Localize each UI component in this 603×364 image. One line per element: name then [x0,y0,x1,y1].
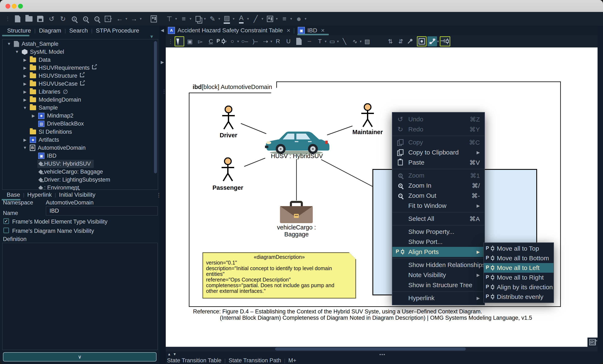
zoom-out-button[interactable]: − [92,14,102,24]
car-shape[interactable] [263,128,329,154]
baggage-shape[interactable] [279,201,314,223]
submenu-item-move-all-to-bottom[interactable]: PMove all to Bottom [484,253,554,263]
tab-m-plus[interactable]: M+ [288,357,296,364]
realization-tool[interactable]: R [273,36,283,47]
scroll-down-icon[interactable]: ▼ [173,352,176,356]
tree-item-si-definitions[interactable]: SI Definitions [2,128,158,136]
tree-filter-dropdown[interactable]: ▼ [149,34,154,39]
tab-diagram[interactable]: Diagram [36,27,65,34]
submenu-item-align-by-direction[interactable]: PAlign by its direction [484,282,554,292]
dotted-line-tool[interactable]: ┈ [305,36,314,47]
tree-item-libraries[interactable]: ▶Libraries∅ [2,88,158,96]
tree-item-artifacts[interactable]: ▶∗Artifacts [2,136,158,144]
name-input[interactable]: IBD [46,206,158,216]
zoom-actual-button[interactable]: 1 [70,14,79,24]
definition-textarea[interactable] [2,243,158,350]
menu-item-show-port[interactable]: Show Port... [392,237,485,247]
tab-accident-hazard-table[interactable]: A Accident Hazard Safety Constraint Tabl… [166,26,292,35]
frame-model-element-checkbox[interactable]: ✓ [3,218,9,224]
menu-item-copy-to-clipboard[interactable]: Copy to Clipboard▶ [392,147,485,157]
tree-item-data[interactable]: ▶Data [2,56,158,64]
line-shape-diagonal-tool[interactable] [427,36,437,47]
actor-driver[interactable] [220,106,236,131]
minimize-window-button[interactable] [12,4,17,9]
tree-item-hsuvrequirements[interactable]: ▶HSUVRequirements [2,64,158,72]
font-color-button[interactable]: A [237,14,246,24]
submenu-item-distribute-evenly[interactable]: PDistribute evenly [484,292,554,302]
horizontal-scrollbar-thumb[interactable] [275,347,466,351]
tree-item-modelingdomain[interactable]: ▶ModelingDomain [2,96,158,104]
menu-item-zoom-out[interactable]: −Zoom Out⌘- [392,191,485,201]
tree-item-sysml-model[interactable]: ▼SysML Model [2,48,158,56]
circle-tool[interactable]: ○ [228,36,237,47]
line-tool[interactable]: ╲ [340,36,349,47]
scroll-up-icon[interactable]: ▲ [167,352,171,356]
pen-style-button[interactable]: ✎ [208,14,217,24]
tree-item-hsuvusecase[interactable]: ▶HSUVUseCase [2,80,158,88]
bottom-splitter-handle[interactable]: ••• [379,352,385,357]
vertical-scrollbar[interactable] [598,26,603,364]
menu-item-zoom[interactable]: 1Zoom⌘1 [392,170,485,180]
back-button[interactable]: ← [115,14,124,24]
tree-item-vehiclecargo[interactable]: vehicleCargo: Baggage [2,168,158,176]
tree-item-mindmap2[interactable]: ▶∗Mindmap2 [2,112,158,120]
redo-button[interactable]: ↻ [58,14,68,24]
dashed-arrow-tool[interactable]: ⇢ [261,36,270,47]
fill-color-button[interactable]: ▨ [222,14,232,24]
close-tab-icon[interactable]: × [287,27,290,34]
menu-item-align-ports[interactable]: PAlign Ports▶ [392,247,485,257]
tree-scrollbar[interactable] [154,41,157,173]
collapse-sidebar-icon[interactable]: ◀ [161,28,164,33]
tree-item-husv-hybridsuv[interactable]: HUSV: HybridSUV [2,160,158,168]
expand-vertical-tool[interactable]: ⇅ [385,36,395,47]
align-port-tool[interactable]: ⊣ [440,36,450,47]
menu-item-undo[interactable]: ↺Undo⌘Z [392,114,485,124]
tree-item-hsuvstructure[interactable]: ▶HSUVStructure [2,72,158,80]
image-tool[interactable]: ▨ [362,36,372,47]
diagram-list-button[interactable] [149,14,158,24]
menu-item-redo[interactable]: ↻Redo⌘Y [392,124,485,134]
tab-hyperlink[interactable]: Hyperlink [24,191,55,198]
actor-passenger[interactable] [220,157,236,183]
close-window-button[interactable] [5,4,10,9]
submenu-item-move-all-to-top[interactable]: PMove all to Top [484,244,554,253]
provided-interface-tool[interactable]: ○– [240,36,249,47]
menu-item-show-hidden-relationships[interactable]: Show Hidden Relationships... [392,260,485,270]
note-tool[interactable] [294,36,304,47]
freehand-tool[interactable]: ∿ [350,36,360,47]
usage-tool[interactable]: U [284,36,293,47]
collapse-panel-button[interactable]: ∨ [3,352,157,362]
color-palette-button[interactable]: ● [294,14,303,24]
constraint-tool[interactable]: C [206,36,216,47]
tab-state-transition-table[interactable]: State Transition Table [167,357,221,364]
menu-item-select-all[interactable]: Select All⌘A [392,214,485,224]
pin-tool[interactable] [406,36,416,47]
submenu-item-move-all-to-left[interactable]: PMove all to Left [484,263,554,273]
required-socket-tool[interactable]: )– [250,36,260,47]
submenu-item-move-all-to-right[interactable]: PMove all to Right [484,273,554,282]
tab-initial-visibility[interactable]: Initial Visibility [56,191,98,198]
tab-base[interactable]: Base [4,191,23,198]
horizontal-scrollbar[interactable] [166,347,598,352]
tab-search[interactable]: Search [66,27,91,34]
menu-item-fit-to-window[interactable]: Fit to Window▶ [392,201,485,211]
tab-structure[interactable]: Structure [4,27,35,34]
tree-item-automotivedomain[interactable]: ▼BAutomotiveDomain [2,144,158,152]
show-port-mark-toggle[interactable] [417,36,427,47]
tree-item-ibd[interactable]: ▣IBD [2,152,158,160]
tab-stpa-procedure[interactable]: STPA Procedure [93,27,142,34]
menu-item-hyperlink[interactable]: Hyperlink▶ [392,293,485,303]
open-button[interactable] [24,14,34,24]
diagram-description-note[interactable]: «diagramDescription» version="0.1" descr… [202,252,356,298]
list-view-button[interactable]: ≡ [280,14,289,24]
tree-item-driveblackbox[interactable]: ▥DriveBlackBox [2,120,158,128]
diagram-overview-icon[interactable] [589,339,596,345]
diagram-toolbar-grip[interactable]: ⋮ [168,38,173,45]
frame-diagram-name-checkbox[interactable]: ✓ [3,228,9,233]
menu-item-copy[interactable]: Copy⌘C [392,137,485,147]
menu-item-note-visibility[interactable]: Note Visibility▶ [392,270,485,280]
zoom-window-button[interactable] [18,4,23,9]
menu-item-show-in-structure-tree[interactable]: Show in Structure Tree [392,280,485,290]
align-top-button[interactable]: ⊤ [165,14,174,24]
line-style-button[interactable]: ╱ [251,14,260,24]
